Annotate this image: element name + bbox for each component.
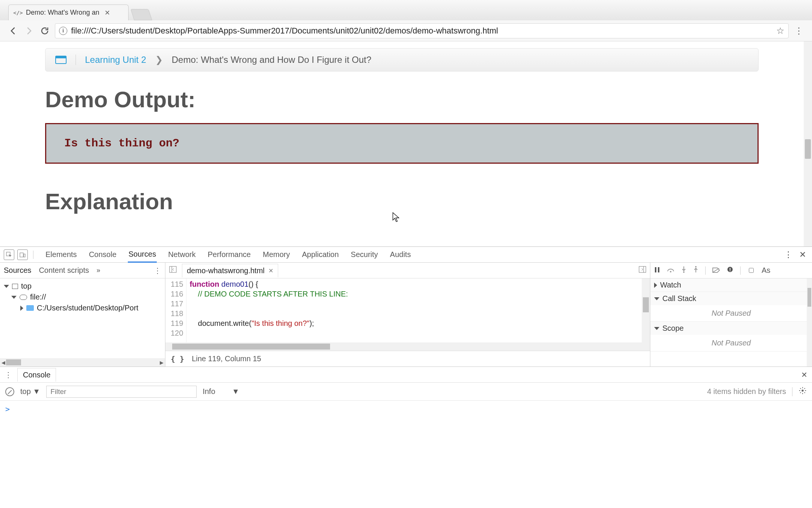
sources-subtab-sources[interactable]: Sources <box>4 266 31 275</box>
step-out-icon[interactable] <box>693 266 698 275</box>
source-tree: top file:// C:/Users/student/Desktop/Por… <box>0 278 165 316</box>
tree-folder[interactable]: C:/Users/student/Desktop/Port <box>4 303 161 313</box>
step-over-icon[interactable] <box>667 266 674 275</box>
tab-title: Demo: What's Wrong an <box>26 9 99 17</box>
drawer-menu-icon[interactable]: ⋮ <box>5 370 12 379</box>
svg-rect-22 <box>730 271 730 271</box>
browser-tab[interactable]: </> Demo: What's Wrong an ✕ <box>8 5 129 20</box>
devtools-tab-console[interactable]: Console <box>88 247 117 262</box>
devtools-tab-sources[interactable]: Sources <box>128 247 157 263</box>
async-checkbox[interactable] <box>749 268 754 273</box>
console-context[interactable]: top ▼ <box>20 387 40 396</box>
devtools-tab-audits[interactable]: Audits <box>389 247 412 262</box>
scope-state: Not Paused <box>650 335 812 351</box>
svg-point-23 <box>801 389 804 392</box>
deactivate-breakpoints-icon[interactable] <box>712 266 720 275</box>
toggle-debugger-icon[interactable] <box>639 266 646 275</box>
devtools-menu-button[interactable]: ⋮ <box>783 250 794 260</box>
new-tab-button[interactable] <box>130 9 152 20</box>
devtools-tab-network[interactable]: Network <box>167 247 196 262</box>
svg-rect-13 <box>658 267 659 272</box>
step-into-icon[interactable] <box>681 266 686 275</box>
devtools-tab-memory[interactable]: Memory <box>262 247 291 262</box>
back-button[interactable] <box>8 25 19 37</box>
chevron-right-icon: ❯ <box>155 55 163 65</box>
cloud-icon <box>20 295 27 300</box>
devtools-tab-application[interactable]: Application <box>301 247 339 262</box>
console-filter-input[interactable] <box>46 386 197 398</box>
svg-point-16 <box>683 271 685 273</box>
inspect-element-icon[interactable] <box>4 249 14 260</box>
tree-origin[interactable]: file:// <box>4 292 161 303</box>
watch-section-header[interactable]: Watch <box>650 278 812 292</box>
code-vertical-scrollbar[interactable] <box>642 278 650 342</box>
console-settings-icon[interactable] <box>798 386 807 397</box>
close-devtools-button[interactable]: ✕ <box>797 250 808 260</box>
more-tabs-icon[interactable]: » <box>97 266 100 274</box>
pause-exceptions-icon[interactable] <box>727 266 733 275</box>
close-file-icon[interactable]: ✕ <box>268 267 273 274</box>
svg-point-14 <box>670 271 671 272</box>
forward-button[interactable] <box>23 25 35 37</box>
svg-rect-21 <box>730 268 730 270</box>
callstack-state: Not Paused <box>650 305 812 321</box>
page-scrollbar[interactable] <box>804 41 812 246</box>
folder-icon <box>26 305 34 311</box>
clear-console-icon[interactable] <box>5 387 14 396</box>
sources-more-icon[interactable]: ⋮ <box>154 266 161 275</box>
devtools-tab-elements[interactable]: Elements <box>45 247 77 262</box>
svg-rect-10 <box>639 266 646 272</box>
frame-icon <box>12 284 18 289</box>
svg-rect-6 <box>20 253 23 257</box>
svg-rect-8 <box>170 266 176 272</box>
svg-rect-12 <box>655 267 656 272</box>
pause-icon[interactable] <box>654 266 660 275</box>
console-level-select[interactable]: Info ▼ <box>203 387 239 396</box>
breadcrumb-home-icon[interactable] <box>55 56 67 64</box>
page-title: Demo Output: <box>45 87 759 113</box>
code-text[interactable]: function demo01() { // DEMO CODE STARTS … <box>186 278 351 342</box>
async-label: As <box>762 266 770 275</box>
svg-rect-7 <box>24 254 25 257</box>
devtools-tab-security[interactable]: Security <box>350 247 379 262</box>
toggle-navigator-icon[interactable] <box>169 266 177 275</box>
code-horizontal-scrollbar[interactable] <box>165 342 650 351</box>
explanation-heading: Explanation <box>45 189 759 214</box>
tree-horizontal-scrollbar[interactable]: ◀▶ <box>0 358 165 367</box>
scope-section-header[interactable]: Scope <box>650 322 812 335</box>
line-gutter: 115116117118119120 <box>165 278 186 342</box>
breadcrumb: Learning Unit 2 ❯ Demo: What's Wrong and… <box>45 48 759 71</box>
favicon-icon: </> <box>14 9 22 17</box>
browser-menu-button[interactable]: ⋮ <box>793 26 804 36</box>
device-toolbar-icon[interactable] <box>17 249 28 260</box>
console-drawer-tab[interactable]: Console <box>17 368 56 382</box>
demo-output-box: Is this thing on? <box>45 123 759 164</box>
code-cursor-status: Line 119, Column 15 <box>192 354 261 363</box>
console-prompt[interactable]: > <box>0 401 812 508</box>
callstack-section-header[interactable]: Call Stack <box>650 292 812 305</box>
source-file-tab[interactable]: demo-whatswrong.html ✕ <box>182 264 278 277</box>
breadcrumb-link[interactable]: Learning Unit 2 <box>85 55 146 65</box>
bookmark-star-icon[interactable]: ☆ <box>776 26 785 36</box>
breadcrumb-current: Demo: What's Wrong and How Do I Figure i… <box>172 55 371 65</box>
url-text: file:///C:/Users/student/Desktop/Portabl… <box>71 26 773 36</box>
hidden-count: 4 items hidden by filters <box>707 387 786 396</box>
tree-top-frame[interactable]: top <box>4 281 161 292</box>
close-drawer-icon[interactable]: ✕ <box>801 370 807 379</box>
svg-point-18 <box>695 266 697 268</box>
devtools-tab-performance[interactable]: Performance <box>207 247 252 262</box>
close-tab-icon[interactable]: ✕ <box>105 9 110 17</box>
devtools-tabs: ElementsConsoleSourcesNetworkPerformance… <box>45 247 412 263</box>
sources-subtab-content-scripts[interactable]: Content scripts <box>39 266 89 275</box>
site-info-icon[interactable]: i <box>59 27 67 35</box>
reload-button[interactable] <box>39 25 50 37</box>
pretty-print-icon[interactable]: { } <box>171 354 184 364</box>
debugger-scrollbar[interactable] <box>807 278 812 367</box>
address-bar[interactable]: i file:///C:/Users/student/Desktop/Porta… <box>55 23 789 38</box>
